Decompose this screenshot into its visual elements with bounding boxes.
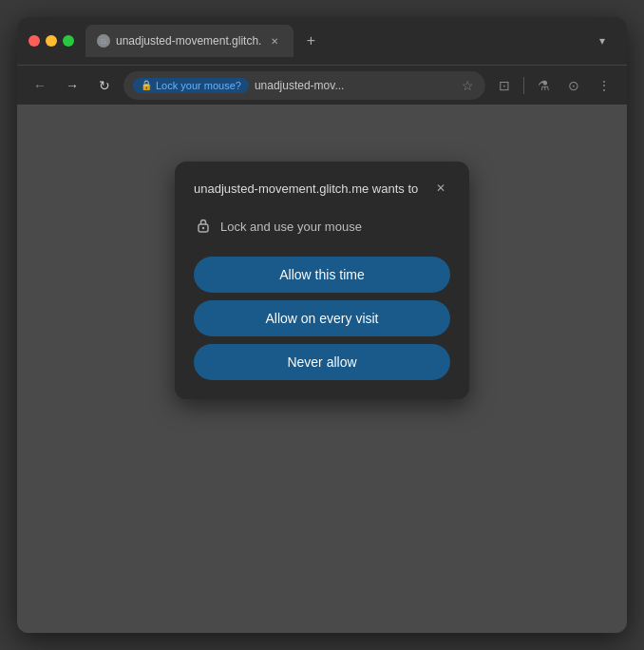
nav-right-buttons: ⊡ ⚗ ⊙ ⋮	[491, 72, 617, 99]
traffic-lights	[28, 35, 74, 47]
lab-button[interactable]: ⚗	[530, 72, 557, 99]
extensions-button[interactable]: ⊡	[491, 72, 518, 99]
menu-button[interactable]: ⋮	[591, 72, 617, 99]
allow-this-time-button[interactable]: Allow this time	[194, 257, 450, 293]
tab-close-button[interactable]: ✕	[267, 33, 282, 48]
back-button[interactable]: ←	[27, 72, 53, 99]
close-button[interactable]	[28, 35, 40, 47]
dialog-permission: Lock and use your mouse	[194, 211, 450, 241]
tab-title: unadjusted-movement.glitch.	[116, 34, 261, 48]
maximize-button[interactable]	[63, 35, 74, 47]
nav-bar: ← → ↻ 🔒 Lock your mouse? unadjusted-mov.…	[17, 65, 627, 105]
dialog-buttons: Allow this time Allow on every visit Nev…	[194, 257, 450, 380]
minimize-button[interactable]	[46, 35, 57, 47]
profile-button[interactable]: ⊙	[560, 72, 587, 99]
forward-button[interactable]: →	[59, 72, 85, 99]
nav-divider	[523, 77, 524, 94]
dialog-header: unadjusted-movement.glitch.me wants to ✕	[194, 181, 450, 198]
tab-bar: G unadjusted-movement.glitch. ✕ + ▾	[85, 25, 616, 57]
dialog-close-button[interactable]: ✕	[431, 179, 450, 198]
lock-label: Lock your mouse?	[156, 80, 241, 91]
svg-point-1	[202, 227, 204, 229]
permission-dialog: unadjusted-movement.glitch.me wants to ✕…	[175, 162, 469, 399]
tab-dropdown-button[interactable]: ▾	[589, 28, 616, 54]
active-tab[interactable]: G unadjusted-movement.glitch. ✕	[85, 25, 294, 57]
permission-label: Lock and use your mouse	[220, 220, 362, 234]
permission-icon	[194, 217, 213, 236]
browser-window: G unadjusted-movement.glitch. ✕ + ▾ ← → …	[17, 17, 627, 633]
url-text: unadjusted-mov...	[255, 79, 454, 92]
never-allow-button[interactable]: Never allow	[194, 344, 450, 380]
lock-icon: 🔒	[141, 80, 152, 90]
address-bar[interactable]: 🔒 Lock your mouse? unadjusted-mov... ☆	[123, 71, 485, 100]
new-tab-button[interactable]: +	[297, 28, 324, 54]
reload-button[interactable]: ↻	[91, 72, 118, 99]
lock-badge[interactable]: 🔒 Lock your mouse?	[133, 78, 249, 93]
allow-every-visit-button[interactable]: Allow on every visit	[194, 300, 450, 336]
tab-favicon: G	[97, 34, 110, 48]
dialog-title: unadjusted-movement.glitch.me wants to	[194, 181, 422, 198]
title-bar: G unadjusted-movement.glitch. ✕ + ▾	[17, 17, 627, 65]
page-content: unadjusted-movement.glitch.me wants to ✕…	[17, 105, 627, 633]
bookmark-icon[interactable]: ☆	[460, 76, 476, 95]
